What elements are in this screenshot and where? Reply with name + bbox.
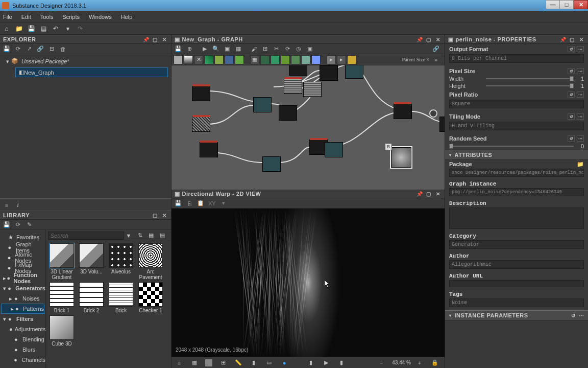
parent-size-label[interactable]: Parent Size × <box>402 57 429 62</box>
lib-close-icon[interactable]: ✕ <box>161 212 168 219</box>
lib-item-brick[interactable]: Brick <box>107 282 135 313</box>
author-value[interactable]: Allegorithmic <box>449 260 584 269</box>
info-icon[interactable]: i <box>13 200 22 210</box>
author-url-value[interactable] <box>449 280 584 287</box>
trash-icon[interactable]: 🗑 <box>58 44 67 54</box>
gt-align-icon[interactable]: ⊞ <box>260 44 270 54</box>
atom-blend-icon[interactable]: ✕ <box>194 55 203 64</box>
view2d-pin-icon[interactable]: 📌 <box>416 190 423 197</box>
lib-tree-channels[interactable]: ●Channels <box>0 355 45 365</box>
lib-refresh-icon[interactable]: ⟳ <box>13 220 22 229</box>
expose-icon[interactable]: ⋯ <box>577 91 584 98</box>
node-badge-icon[interactable]: B <box>385 143 392 150</box>
list-icon[interactable]: ≡ <box>2 200 11 210</box>
graph-node[interactable] <box>289 65 307 76</box>
graph-close-icon[interactable]: ✕ <box>434 36 442 43</box>
parent-size-chevron-icon[interactable]: » <box>431 55 440 64</box>
graph-node-selected[interactable] <box>391 147 411 168</box>
link-icon[interactable]: 🔗 <box>36 44 45 54</box>
sb-rgb-icon[interactable]: ● <box>280 358 289 367</box>
save-pkg-icon[interactable]: 💾 <box>2 44 11 54</box>
gt-save-icon[interactable]: 💾 <box>174 44 183 54</box>
atom-output-icon[interactable]: ▸ <box>337 55 346 64</box>
atom-levels-icon[interactable] <box>235 55 244 64</box>
graph-node[interactable] <box>345 65 363 79</box>
sb-play-icon[interactable]: ▶ <box>322 358 331 367</box>
lib-tree-blending[interactable]: ●Blending <box>0 334 45 344</box>
lib-item-3d-linear-gradient[interactable]: 3D Linear Gradient <box>48 243 76 280</box>
atom-normal-icon[interactable] <box>311 55 321 64</box>
gt-play-icon[interactable]: ▶ <box>200 44 209 54</box>
graph-node[interactable] <box>253 97 272 112</box>
v2-xy-toggle[interactable]: XY <box>207 199 217 208</box>
save-icon[interactable]: 💾 <box>27 24 36 33</box>
gt-clock-icon[interactable]: ◷ <box>294 44 303 54</box>
folder-icon[interactable]: 📁 <box>577 161 584 168</box>
lib-tree-patterns[interactable]: ▸●Patterns <box>1 304 44 314</box>
output-format-value[interactable]: 8 Bits per Channel <box>449 54 584 63</box>
gt-refresh-icon[interactable]: ⟳ <box>283 44 292 54</box>
category-value[interactable]: Generator <box>449 240 584 249</box>
graph-node[interactable] <box>192 86 210 101</box>
description-value[interactable] <box>449 208 584 229</box>
sb-lock-icon[interactable]: 🔒 <box>430 358 439 367</box>
props-pin-icon[interactable]: 📌 <box>559 36 567 43</box>
search-input[interactable] <box>48 232 124 240</box>
graph-node[interactable] <box>303 82 322 97</box>
sb-next-icon[interactable]: ▮ <box>337 358 346 367</box>
reset-icon[interactable]: ↺ <box>568 46 575 52</box>
reset-icon[interactable]: ↺ <box>568 113 575 120</box>
output-pin-icon[interactable] <box>429 109 437 118</box>
lib-item-arc-pavement[interactable]: Arc Pavement <box>137 243 164 280</box>
lib-tree-filters[interactable]: ▾●Filters <box>0 314 45 324</box>
more-icon[interactable]: ⋯ <box>579 313 584 318</box>
props-popout-icon[interactable]: ▢ <box>569 36 576 43</box>
atom-svg-icon[interactable] <box>271 55 280 64</box>
gt-fit-icon[interactable]: ▣ <box>223 44 232 54</box>
pixel-ratio-value[interactable]: Square <box>449 100 584 108</box>
menu-windows[interactable]: Windows <box>89 14 112 20</box>
sb-ruler-icon[interactable]: 📏 <box>234 358 243 367</box>
reset-icon[interactable]: ↺ <box>568 135 575 142</box>
sb-solid-icon[interactable] <box>205 359 212 366</box>
pin-icon[interactable]: 📌 <box>142 36 150 43</box>
v2-paste-icon[interactable]: 📋 <box>196 199 205 208</box>
lib-save-icon[interactable]: 💾 <box>2 220 11 229</box>
popout-icon[interactable]: ▢ <box>152 36 159 43</box>
package-row[interactable]: ▾ 📦 Unsaved Package* <box>3 56 168 66</box>
lib-tree-function-nodes[interactable]: ▸●Function Nodes <box>0 273 45 283</box>
refresh-icon[interactable]: ⟳ <box>13 44 22 54</box>
gt-cut-icon[interactable]: ✂ <box>272 44 281 54</box>
sb-layers-icon[interactable]: ≡ <box>175 358 184 367</box>
close-panel-icon[interactable]: ✕ <box>161 36 168 43</box>
view2d-close-icon[interactable]: ✕ <box>434 190 442 197</box>
expose-icon[interactable]: ⋯ <box>577 113 584 120</box>
menu-help[interactable]: Help <box>121 14 133 20</box>
graph-node[interactable] <box>320 65 338 81</box>
sb-checker-icon[interactable]: ▦ <box>190 358 199 367</box>
reset-all-icon[interactable]: ↺ <box>571 313 576 318</box>
minimize-button[interactable]: — <box>546 0 560 9</box>
gt-zoom-icon[interactable]: 🔍 <box>211 44 220 54</box>
v2-copy-icon[interactable]: ⎘ <box>185 199 194 208</box>
sb-zoom-in-icon[interactable]: + <box>415 358 424 367</box>
lib-item-brick-2[interactable]: Brick 2 <box>78 282 105 313</box>
lib-tree-generators[interactable]: ▾●Generators <box>0 283 45 293</box>
collapse-icon[interactable]: ⊟ <box>47 44 56 54</box>
atom-uniform-icon[interactable] <box>174 55 183 64</box>
list-view-icon[interactable]: ▤ <box>158 231 167 240</box>
gt-target-icon[interactable]: ⊕ <box>185 44 194 54</box>
lib-item-checker-1[interactable]: Checker 1 <box>137 282 164 313</box>
random-seed-slider[interactable] <box>449 146 574 147</box>
graph-node[interactable] <box>284 79 302 94</box>
gt-grid-icon[interactable]: ▦ <box>234 44 243 54</box>
graph-node[interactable] <box>192 117 210 132</box>
atom-transform-icon[interactable] <box>225 55 234 64</box>
expose-icon[interactable]: ⋯ <box>577 46 584 52</box>
graph-node[interactable] <box>262 156 281 172</box>
expose-icon[interactable]: ⋯ <box>577 135 584 142</box>
lib-item-alveolus[interactable]: Alveolus <box>107 243 135 280</box>
atom-curve-icon[interactable] <box>301 55 310 64</box>
graph-popout-icon[interactable]: ▢ <box>425 36 432 43</box>
props-close-icon[interactable]: ✕ <box>578 36 585 43</box>
